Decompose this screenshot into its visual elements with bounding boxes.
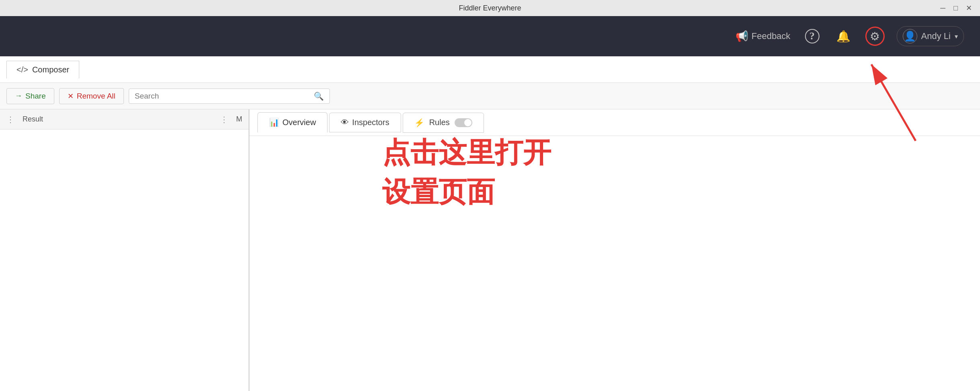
inspectors-tab-icon: 👁 [341,118,349,127]
user-menu-button[interactable]: 👤 Andy Li ▾ [897,26,964,46]
window-controls: ─ □ ✕ [940,4,972,12]
rules-tab-label: Rules [429,118,450,127]
inspectors-tab-label: Inspectors [352,118,389,127]
tab-rules[interactable]: ⚡ Rules [403,113,484,133]
feedback-button[interactable]: 📢 Feedback [735,30,791,43]
help-button[interactable]: ? [803,27,822,46]
rules-tab-icon: ⚡ [414,118,424,128]
tab-inspectors[interactable]: 👁 Inspectors [329,113,401,132]
close-button[interactable]: ✕ [966,4,972,12]
composer-tab[interactable]: </> Composer [6,61,79,78]
secondary-bar: </> Composer [0,56,980,83]
maximize-button[interactable]: □ [953,4,958,12]
right-panel-tabs: 📊 Overview 👁 Inspectors ⚡ Rules [249,109,980,136]
settings-button[interactable]: ⚙ [865,27,885,46]
annotation-text: 点击这里打开 设置页面 [382,133,551,212]
feedback-label: Feedback [751,31,791,41]
column-options-icon[interactable]: ⋮ [6,115,14,124]
overview-tab-icon: 📊 [269,117,279,127]
user-avatar-icon: 👤 [904,31,916,42]
annotation-line1: 点击这里打开 [382,133,551,172]
m-column-header: M [236,115,242,123]
user-name-label: Andy Li [921,31,951,41]
chevron-down-icon: ▾ [955,33,958,40]
remove-all-button[interactable]: ✕ Remove All [59,88,124,104]
help-icon: ? [805,29,819,43]
search-icon: 🔍 [314,91,324,101]
tab-overview[interactable]: 📊 Overview [257,112,327,133]
avatar: 👤 [903,29,917,43]
title-bar: Fiddler Everywhere ─ □ ✕ [0,0,980,16]
bell-icon: 🔔 [836,30,850,43]
result-column-header: Result [23,115,212,123]
composer-icon: </> [16,65,28,74]
search-input[interactable] [135,92,310,101]
column-options-icon-2[interactable]: ⋮ [220,115,228,124]
window-title: Fiddler Everywhere [459,4,521,12]
feedback-icon: 📢 [735,30,748,43]
table-header: ⋮ Result ⋮ M [0,109,249,130]
share-button[interactable]: → Share [6,88,54,104]
annotation-line2: 设置页面 [382,172,551,212]
action-bar: → Share ✕ Remove All 🔍 [0,83,980,109]
remove-all-label: Remove All [77,92,115,101]
remove-all-icon: ✕ [68,92,74,101]
share-label: Share [25,92,46,101]
search-wrapper: 🔍 [129,88,330,104]
top-nav-bar: 📢 Feedback ? 🔔 ⚙ 👤 Andy Li ▾ [0,16,980,56]
bell-button[interactable]: 🔔 [834,27,853,46]
minimize-button[interactable]: ─ [940,4,945,12]
rules-toggle[interactable] [455,118,472,127]
composer-tab-label: Composer [32,65,69,74]
share-icon: → [15,92,22,100]
left-panel: ⋮ Result ⋮ M [0,109,249,391]
right-panel: 📊 Overview 👁 Inspectors ⚡ Rules [249,109,980,391]
settings-icon: ⚙ [870,30,880,43]
overview-tab-label: Overview [282,118,316,127]
